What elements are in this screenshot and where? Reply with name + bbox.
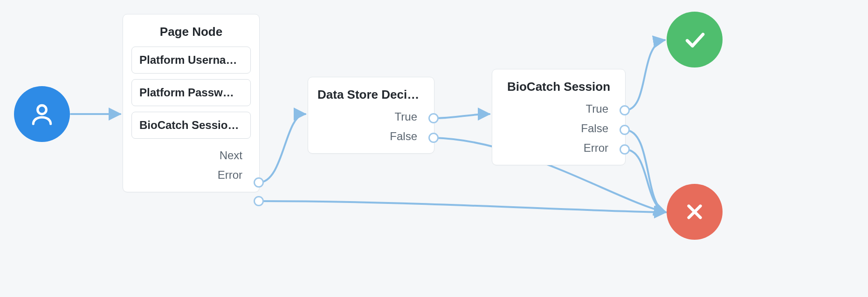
- biocatch-outcome-error: Error: [501, 140, 608, 156]
- page-node-outcome-error: Error: [131, 167, 242, 183]
- outcome-label: False: [390, 130, 417, 142]
- page-node-item[interactable]: BioCatch Sessio…: [131, 112, 251, 139]
- data-store-outcome-false: False: [317, 128, 417, 145]
- port-datastore-false[interactable]: [428, 133, 439, 143]
- edge-biocatch-false-fail: [625, 130, 666, 212]
- page-node-title: Page Node: [123, 14, 259, 44]
- biocatch-outcome-true: True: [501, 101, 608, 117]
- edge-biocatch-true-success: [625, 40, 665, 110]
- outcome-label: True: [395, 110, 417, 123]
- svg-point-0: [38, 105, 47, 114]
- page-node-item[interactable]: Platform Userna…: [131, 47, 251, 74]
- outcome-label: Error: [218, 169, 242, 181]
- biocatch-title: BioCatch Session: [492, 69, 625, 99]
- outcome-label: False: [581, 122, 608, 135]
- port-page-next[interactable]: [254, 177, 264, 188]
- fail-node[interactable]: [667, 184, 723, 240]
- biocatch-outcome-false: False: [501, 120, 608, 137]
- check-icon: [682, 27, 707, 52]
- success-node[interactable]: [667, 12, 723, 68]
- start-node[interactable]: [14, 86, 70, 142]
- biocatch-card[interactable]: BioCatch Session True False Error: [492, 69, 626, 165]
- edge-biocatch-error-fail: [625, 149, 666, 212]
- edge-datastore-true-biocatch: [434, 114, 489, 118]
- port-biocatch-false[interactable]: [620, 125, 630, 135]
- port-biocatch-error[interactable]: [620, 144, 630, 155]
- port-datastore-true[interactable]: [428, 113, 439, 123]
- user-icon: [29, 101, 55, 127]
- port-page-error[interactable]: [254, 196, 264, 206]
- data-store-title: Data Store Decision: [308, 77, 434, 107]
- outcome-label: True: [586, 102, 608, 115]
- x-icon: [683, 200, 706, 223]
- page-node-outcome-next: Next: [131, 147, 242, 164]
- page-node-card[interactable]: Page Node Platform Userna… Platform Pass…: [123, 14, 260, 192]
- port-biocatch-true[interactable]: [620, 105, 630, 115]
- outcome-label: Next: [220, 149, 242, 162]
- data-store-card[interactable]: Data Store Decision True False: [308, 77, 434, 154]
- edge-pagenode-error-fail: [259, 201, 666, 212]
- edge-pagenode-next-datastore: [259, 114, 305, 182]
- data-store-outcome-true: True: [317, 108, 417, 125]
- page-node-item[interactable]: Platform Passw…: [131, 79, 251, 106]
- outcome-label: Error: [584, 142, 608, 154]
